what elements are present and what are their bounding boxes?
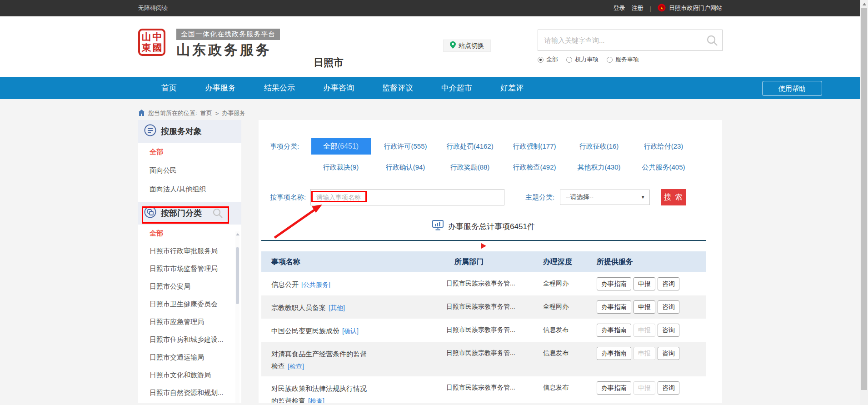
category-tab[interactable]: 行政征收(16) — [567, 142, 631, 151]
chevron-down-icon: ▼ — [641, 195, 645, 200]
scroll-up-icon[interactable] — [236, 233, 239, 235]
portal-site-link[interactable]: 日照市政府门户网站 — [669, 4, 722, 12]
register-link[interactable]: 注册 — [632, 4, 644, 12]
category-tab[interactable]: 行政检查(492) — [502, 163, 567, 172]
consult-button[interactable]: 咨询 — [658, 324, 679, 337]
topic-select[interactable]: --请选择-- ▼ — [560, 190, 650, 205]
apply-button-disabled: 申报 — [634, 347, 655, 360]
item-department: 日照市民族宗教事务管... — [446, 376, 543, 392]
scope-service-radio[interactable]: 服务事项 — [607, 55, 639, 64]
item-tag-link[interactable]: [检查] — [288, 363, 304, 370]
sidebar-item-dept[interactable]: 日照市文化和旅游局 — [138, 366, 241, 384]
nav-item-results[interactable]: 结果公示 — [250, 77, 309, 99]
sidebar-item-citizen[interactable]: 面向公民 — [138, 161, 241, 180]
item-depth: 信息发布 — [543, 376, 587, 392]
sidebar-item-dept[interactable]: 日照市市场监督管理局 — [138, 260, 241, 278]
nav-item-supervision[interactable]: 监督评议 — [368, 77, 427, 99]
help-button[interactable]: 使用帮助 — [762, 81, 822, 96]
consult-button[interactable]: 咨询 — [658, 381, 679, 395]
scroll-up-icon[interactable] — [863, 3, 866, 5]
guide-button[interactable]: 办事指南 — [597, 381, 631, 395]
category-tab[interactable]: 其他权力(430) — [567, 163, 631, 172]
page-scrollbar-thumb[interactable] — [861, 8, 867, 390]
main-navigation: 首页 办事服务 结果公示 办事咨询 监督评议 中介超市 好差评 使用帮助 — [0, 77, 860, 99]
category-tab[interactable]: 公共服务(405) — [631, 163, 696, 172]
item-depth: 信息发布 — [543, 319, 587, 334]
guide-button[interactable]: 办事指南 — [597, 277, 631, 290]
search-button[interactable]: 搜 索 — [661, 189, 686, 205]
sidebar-item-dept[interactable]: 日照市住房和城乡建设... — [138, 331, 241, 349]
sidebar-item-service-all[interactable]: 全部 — [138, 143, 241, 161]
site-logo[interactable]: 山中東國 全国一体化在线政务服务平台 山东政务服务 — [138, 29, 280, 60]
keyword-search-input[interactable] — [538, 30, 723, 51]
sidebar-item-dept[interactable]: 日照市行政审批服务局 — [138, 242, 241, 260]
guide-button[interactable]: 办事指南 — [597, 324, 631, 337]
category-tab[interactable]: 行政给付(23) — [631, 142, 696, 151]
site-switch-button[interactable]: 站点切换 — [443, 40, 491, 52]
sidebar-item-dept[interactable]: 日照市自然资源和规划... — [138, 384, 241, 402]
item-name-link[interactable]: 信息公开 — [271, 280, 299, 288]
sidebar-item-legal-person[interactable]: 面向法人/其他组织 — [138, 180, 241, 199]
department-section-header[interactable]: 按部门分类 — [138, 202, 241, 225]
current-city-label: 日照市 — [314, 56, 344, 70]
sidebar-scrollbar[interactable] — [235, 231, 239, 403]
main-panel: 事项分类: 全部(6451) 行政许可(555) 行政处罚(4162) 行政强制… — [259, 120, 722, 403]
sidebar-item-dept[interactable]: 日照市公安局 — [138, 278, 241, 295]
category-filter-label: 事项分类: — [270, 142, 309, 151]
nav-item-home[interactable]: 首页 — [147, 77, 191, 99]
apply-button[interactable]: 申报 — [634, 300, 655, 314]
item-tag-link[interactable]: [其他] — [329, 304, 345, 311]
category-tab[interactable]: 行政强制(177) — [502, 142, 567, 151]
breadcrumb-home-link[interactable]: 首页 — [200, 109, 212, 117]
scope-power-radio[interactable]: 权力事项 — [566, 55, 599, 64]
apply-button[interactable]: 申报 — [634, 277, 655, 290]
breadcrumb-current[interactable]: 办事服务 — [222, 109, 245, 117]
sidebar-item-dept[interactable]: 日照市交通运输局 — [138, 349, 241, 366]
consult-button[interactable]: 咨询 — [658, 347, 679, 360]
item-depth: 全程网办 — [543, 272, 587, 288]
item-department: 日照市民族宗教事务管... — [446, 295, 543, 311]
consult-button[interactable]: 咨询 — [658, 300, 679, 314]
category-tab[interactable]: 行政确认(94) — [373, 163, 438, 172]
category-tab-all[interactable]: 全部(6451) — [309, 138, 373, 155]
category-tab[interactable]: 行政处罚(4162) — [438, 142, 502, 151]
department-search-icon[interactable] — [212, 208, 223, 221]
item-search-row: 按事项名称: 主题分类: --请选择-- ▼ 搜 索 — [261, 189, 706, 205]
item-name-link[interactable]: 对清真食品生产经营条件的监督 检查 — [271, 350, 367, 370]
category-tab[interactable]: 行政奖励(88) — [438, 163, 502, 172]
consult-button[interactable]: 咨询 — [658, 277, 679, 290]
login-link[interactable]: 登录 — [614, 4, 625, 12]
sidebar-scrollbar-thumb[interactable] — [236, 247, 239, 304]
page-scrollbar[interactable] — [860, 0, 868, 405]
platform-title: 全国一体化在线政务服务平台 — [176, 29, 280, 40]
nav-item-agency[interactable]: 中介超市 — [427, 77, 486, 99]
search-icon[interactable] — [706, 35, 718, 48]
guide-button[interactable]: 办事指南 — [597, 300, 631, 314]
sidebar-item-dept[interactable]: 日照市应急管理局 — [138, 313, 241, 331]
item-tag-link[interactable]: [确认] — [342, 327, 359, 335]
service-target-section-header[interactable]: 按服务对象 — [138, 120, 241, 143]
item-name-input[interactable] — [310, 189, 504, 205]
category-tab[interactable]: 行政许可(555) — [373, 142, 438, 151]
sidebar: 按服务对象 全部 面向公民 面向法人/其他组织 按部门分类 全部 — [138, 120, 241, 403]
item-name-link[interactable]: 宗教教职人员备案 — [271, 304, 326, 311]
radio-icon — [607, 57, 613, 63]
scope-all-radio[interactable]: 全部 — [538, 55, 558, 64]
nav-item-consult[interactable]: 办事咨询 — [309, 77, 368, 99]
item-tag-link[interactable]: [公共服务] — [301, 281, 330, 288]
item-tag-link[interactable]: [检查] — [308, 397, 324, 403]
category-tab[interactable]: 行政裁决(9) — [309, 163, 373, 172]
guide-button[interactable]: 办事指南 — [597, 347, 631, 360]
item-name-link[interactable]: 中国公民变更民族成份 — [271, 327, 339, 335]
nav-item-rating[interactable]: 好差评 — [486, 77, 538, 99]
table-row: 信息公开[公共服务] 日照市民族宗教事务管... 全程网办 办事指南 申报 咨询 — [261, 272, 706, 295]
table-row: 对民族政策和法律法规执行情况 的监督检查[检查] 日照市民族宗教事务管... 信… — [261, 376, 706, 403]
item-name-label: 按事项名称: — [270, 193, 310, 202]
sidebar-item-dept[interactable]: 日照市卫生健康委员会 — [138, 295, 241, 313]
table-row: 宗教教职人员备案[其他] 日照市民族宗教事务管... 全程网办 办事指南 申报 … — [261, 295, 706, 319]
item-department: 日照市民族宗教事务管... — [446, 319, 543, 334]
accessibility-link[interactable]: 无障碍阅读 — [138, 4, 168, 12]
shandong-seal-icon: 山中東國 — [138, 29, 165, 56]
nav-item-services[interactable]: 办事服务 — [191, 77, 250, 99]
sidebar-item-dept-all[interactable]: 全部 — [138, 225, 241, 242]
